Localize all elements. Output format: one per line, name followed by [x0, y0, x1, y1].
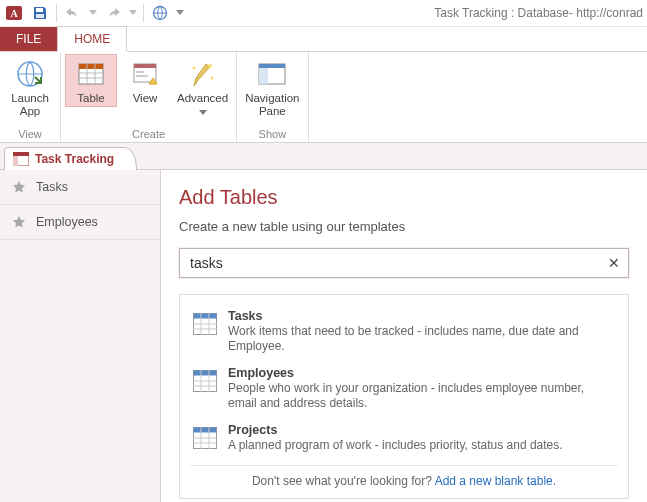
result-title: Projects: [228, 423, 563, 437]
view-button[interactable]: View: [119, 54, 171, 107]
svg-rect-3: [36, 14, 44, 18]
document-tab-bar: Task Tracking: [0, 143, 647, 170]
svg-rect-20: [13, 156, 18, 166]
navigation-pane-label: Navigation Pane: [245, 92, 299, 118]
title-bar: A Task Tracking : Database- http://conra…: [0, 0, 647, 27]
document-tab-task-tracking[interactable]: Task Tracking: [4, 147, 137, 170]
web-sync-dropdown-icon[interactable]: [174, 2, 186, 24]
template-search-box[interactable]: ✕: [179, 248, 629, 278]
advanced-button[interactable]: Advanced: [173, 54, 232, 120]
undo-dropdown-icon[interactable]: [87, 2, 99, 24]
launch-app-icon: [14, 58, 46, 90]
ribbon-group-create-label: Create: [132, 128, 165, 142]
ribbon-group-view-label: View: [18, 128, 42, 142]
launch-app-label: Launch App: [11, 92, 49, 118]
template-result-projects[interactable]: Projects A planned program of work - inc…: [190, 417, 618, 459]
svg-rect-22: [194, 314, 217, 319]
navigation-pane-icon: [256, 58, 288, 90]
redo-icon[interactable]: [101, 2, 125, 24]
sidebar-item-label: Tasks: [36, 180, 68, 194]
window-title: Task Tracking : Database- http://conrad: [186, 6, 647, 20]
sidebar-item-label: Employees: [36, 215, 98, 229]
result-title: Tasks: [228, 309, 616, 323]
view-label: View: [133, 92, 158, 105]
template-results: Tasks Work items that need to be tracked…: [179, 294, 629, 499]
ribbon-group-show-label: Show: [259, 128, 287, 142]
svg-point-12: [208, 64, 212, 68]
ribbon-group-show: Navigation Pane Show: [237, 52, 308, 142]
undo-icon[interactable]: [61, 2, 85, 24]
result-desc: Work items that need to be tracked - inc…: [228, 324, 616, 354]
svg-rect-9: [134, 64, 156, 68]
main-content: Add Tables Create a new table using our …: [161, 170, 647, 502]
view-icon: [129, 58, 161, 90]
advanced-icon: [187, 58, 219, 90]
template-result-tasks[interactable]: Tasks Work items that need to be tracked…: [190, 303, 618, 360]
result-title: Employees: [228, 366, 616, 380]
sidebar-item-tasks[interactable]: Tasks: [0, 170, 160, 205]
advanced-label: Advanced: [177, 92, 228, 118]
tab-home[interactable]: HOME: [57, 26, 127, 52]
svg-rect-11: [136, 75, 148, 77]
page-subtitle: Create a new table using our templates: [179, 219, 629, 234]
svg-rect-24: [194, 371, 217, 376]
table-label: Table: [77, 92, 105, 105]
clear-search-icon[interactable]: ✕: [606, 255, 622, 271]
document-tab-label: Task Tracking: [35, 152, 114, 166]
svg-rect-16: [259, 64, 285, 68]
ribbon-group-view: Launch App View: [0, 52, 61, 142]
add-blank-table-link[interactable]: Add a new blank table.: [435, 474, 556, 488]
web-sync-icon[interactable]: [148, 2, 172, 24]
quick-access-toolbar: A: [0, 2, 186, 24]
navigation-sidebar: Tasks Employees: [0, 170, 161, 502]
svg-rect-2: [36, 8, 43, 12]
app-view-icon: [13, 152, 29, 166]
template-search-input[interactable]: [188, 254, 600, 272]
table-template-icon: [192, 425, 218, 451]
ribbon-group-create: Table View Advanced Create: [61, 52, 237, 142]
workspace: Tasks Employees Add Tables Create a new …: [0, 170, 647, 502]
page-heading: Add Tables: [179, 186, 629, 209]
table-template-icon: [192, 311, 218, 337]
svg-rect-7: [79, 64, 103, 69]
table-icon: [75, 58, 107, 90]
star-icon: [12, 180, 26, 194]
svg-point-13: [192, 67, 195, 70]
svg-rect-26: [194, 428, 217, 433]
results-footer: Don't see what you're looking for? Add a…: [190, 465, 618, 494]
save-icon[interactable]: [28, 2, 52, 24]
footer-text: Don't see what you're looking for?: [252, 474, 435, 488]
svg-rect-17: [259, 68, 268, 84]
launch-app-button[interactable]: Launch App: [4, 54, 56, 120]
result-desc: People who work in your organization - i…: [228, 381, 616, 411]
result-desc: A planned program of work - includes pri…: [228, 438, 563, 453]
sidebar-item-employees[interactable]: Employees: [0, 205, 160, 240]
table-button[interactable]: Table: [65, 54, 117, 107]
navigation-pane-button[interactable]: Navigation Pane: [241, 54, 303, 120]
tab-file[interactable]: FILE: [0, 27, 57, 51]
ribbon-tabs: FILE HOME: [0, 27, 647, 51]
svg-rect-10: [136, 71, 144, 73]
access-app-icon[interactable]: A: [2, 2, 26, 24]
ribbon: Launch App View Table View: [0, 51, 647, 143]
table-template-icon: [192, 368, 218, 394]
svg-text:A: A: [10, 8, 18, 19]
star-icon: [12, 215, 26, 229]
template-result-employees[interactable]: Employees People who work in your organi…: [190, 360, 618, 417]
svg-point-14: [210, 77, 213, 80]
svg-rect-19: [13, 152, 29, 156]
redo-dropdown-icon[interactable]: [127, 2, 139, 24]
